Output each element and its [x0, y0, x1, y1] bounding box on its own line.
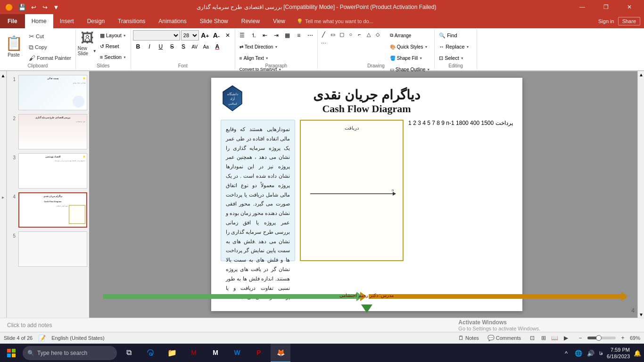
format-painter-button[interactable]: 🖌 Format Painter: [26, 53, 74, 63]
copy-button[interactable]: ⧉ Copy: [26, 42, 74, 52]
shape-oval[interactable]: ○: [347, 30, 355, 39]
bullets-button[interactable]: ☰: [237, 30, 248, 41]
taskbar-app8[interactable]: 🦊: [271, 344, 290, 362]
taskbar-edge[interactable]: [140, 344, 160, 362]
taskbar-search[interactable]: 🔍 Type here to search: [23, 346, 117, 360]
clear-format-button[interactable]: ✕: [223, 30, 233, 41]
tab-design[interactable]: Design: [81, 14, 111, 28]
arrange-button[interactable]: ⧉ Arrange: [388, 30, 432, 41]
thumbnail-1[interactable]: 1 ★ بسمه تعالی طراحی ایجاد صنایع: [9, 75, 87, 110]
tab-animations[interactable]: Animations: [152, 14, 193, 28]
reset-button[interactable]: ↺ Reset: [98, 41, 129, 51]
line-spacing-button[interactable]: ≡: [294, 30, 304, 41]
notes-button[interactable]: 🗒 Notes: [456, 333, 481, 343]
slide-sorter-button[interactable]: ⊞: [538, 333, 549, 343]
taskbar-app5[interactable]: M: [206, 344, 225, 362]
thumbnail-5[interactable]: 5: [9, 231, 87, 267]
scroll-down-button[interactable]: ▼: [638, 311, 644, 318]
normal-view-button[interactable]: ⊡: [527, 333, 537, 343]
shape-line[interactable]: ╱: [320, 30, 328, 39]
comments-button[interactable]: 💬 Comments: [485, 333, 523, 343]
thumbnail-4[interactable]: 4 دیاگرام جریان نقدی Cash Flow Diagram م…: [9, 192, 87, 228]
tab-view[interactable]: View: [266, 14, 292, 28]
replace-button[interactable]: ↔ Replace ▼: [437, 41, 475, 52]
taskbar-explorer[interactable]: 📁: [162, 344, 182, 362]
find-button[interactable]: 🔍 Find: [437, 30, 475, 41]
text-direction-button[interactable]: ⇄ Text Direction ▼: [237, 41, 281, 52]
char-spacing-button[interactable]: AV: [190, 41, 200, 52]
shape-rounded-rect[interactable]: ▢: [338, 30, 346, 39]
tray-chevron[interactable]: ^: [561, 348, 571, 358]
font-color-button[interactable]: A: [212, 41, 223, 52]
tell-me-box[interactable]: Tell me what you want to do...: [305, 18, 373, 24]
tab-home[interactable]: Home: [25, 14, 53, 28]
zoom-slider[interactable]: [587, 337, 616, 339]
close-button[interactable]: ✕: [619, 0, 640, 14]
thumbnail-2[interactable]: 2 بررسی اقتصادی طرح سرمایه گذاری متن توض…: [9, 114, 87, 149]
thumbnail-3[interactable]: 3 ★ اقتصاد مهندسی محتوای درسی اقتصاد مهن…: [9, 153, 87, 189]
shadow-button[interactable]: S: [178, 41, 189, 52]
slide-panel[interactable]: ▲ ▼ دانشگاه: [89, 71, 644, 318]
vertical-scrollbar[interactable]: ▲ ▼: [637, 71, 644, 318]
new-slide-button[interactable]: 🖼 New Slide▼: [78, 30, 97, 56]
paste-button[interactable]: 📋 Paste: [2, 30, 25, 62]
bold-button[interactable]: B: [133, 41, 143, 52]
underline-button[interactable]: U: [156, 41, 166, 52]
tab-slideshow[interactable]: Slide Show: [193, 14, 235, 28]
cut-button[interactable]: ✂ Cut: [26, 31, 74, 41]
slideshow-button[interactable]: ▶: [561, 333, 571, 343]
minimize-button[interactable]: —: [571, 0, 593, 14]
undo-button[interactable]: ↩: [28, 2, 39, 12]
save-button[interactable]: 💾: [17, 2, 27, 12]
tab-review[interactable]: Review: [235, 14, 266, 28]
slide-text-content[interactable]: نمودارهایی هستند که وقایع مالی اتفاده اف…: [221, 120, 296, 261]
taskbar-app7[interactable]: P: [249, 344, 269, 362]
quick-styles-button[interactable]: 🎨 Quick Styles ▼: [388, 41, 432, 52]
paragraph-options-button[interactable]: ⋯: [305, 30, 315, 41]
clock-display[interactable]: 7:59 PM 6/18/2023: [607, 346, 630, 360]
restore-button[interactable]: ❐: [595, 0, 617, 14]
uppercase-button[interactable]: Aa: [201, 41, 211, 52]
shape-triangle[interactable]: △: [364, 30, 373, 39]
select-button[interactable]: ⊡ Select ▼: [437, 53, 475, 63]
zoom-in-button[interactable]: +: [618, 333, 628, 343]
shape-fill-button[interactable]: 🪣 Shape Fill ▼: [388, 53, 432, 63]
section-button[interactable]: ≡ Section ▼: [98, 52, 129, 62]
font-name-select[interactable]: [133, 30, 180, 41]
strikethrough-button[interactable]: S: [167, 41, 177, 52]
notes-area[interactable]: Click to add notes: [0, 318, 644, 332]
align-text-button[interactable]: ≡ Align Text ▼: [237, 53, 271, 63]
slide-title-en[interactable]: Cash Flow Diagram: [221, 103, 513, 115]
layout-button[interactable]: ▦ Layout ▼: [98, 30, 129, 41]
font-size-select[interactable]: 28: [181, 30, 199, 41]
reading-view-button[interactable]: 📖: [550, 333, 560, 343]
shape-right-angle[interactable]: ⌐: [355, 30, 364, 39]
columns-button[interactable]: ▦: [282, 30, 293, 41]
tray-volume[interactable]: 🔊: [586, 348, 595, 358]
taskbar-taskview[interactable]: ⧉: [119, 344, 139, 362]
tab-insert[interactable]: Insert: [53, 14, 81, 28]
collapse-button[interactable]: ▲: [0, 72, 7, 79]
sign-in-button[interactable]: Sign in: [598, 18, 614, 24]
customize-qa-button[interactable]: ▼: [51, 2, 61, 12]
tray-network[interactable]: 🌐: [574, 348, 583, 358]
tab-file[interactable]: File: [0, 14, 25, 28]
decrease-indent-button[interactable]: ⇤: [260, 30, 270, 41]
scroll-up-button[interactable]: ▲: [638, 71, 644, 78]
taskbar-app6[interactable]: W: [227, 344, 247, 362]
zoom-out-button[interactable]: −: [575, 333, 586, 343]
shape-rect[interactable]: ▭: [329, 30, 337, 39]
shape-more[interactable]: ⋯: [320, 39, 328, 48]
share-button[interactable]: Share: [618, 17, 640, 25]
increase-indent-button[interactable]: ⇥: [271, 30, 281, 41]
redo-button[interactable]: ↪: [40, 2, 50, 12]
start-button[interactable]: [2, 344, 21, 362]
notifications-button[interactable]: 🔔: [633, 348, 642, 358]
decrease-font-button[interactable]: A-: [211, 30, 222, 41]
tab-transitions[interactable]: Transitions: [111, 14, 152, 28]
language-tray[interactable]: فا: [599, 351, 603, 356]
shape-diamond[interactable]: ◇: [373, 30, 382, 39]
slide-title-fa[interactable]: دیاگرام جریان نقدی: [221, 87, 513, 103]
taskbar-mcafee[interactable]: M: [184, 344, 204, 362]
numbering-button[interactable]: ⒈: [248, 30, 259, 41]
